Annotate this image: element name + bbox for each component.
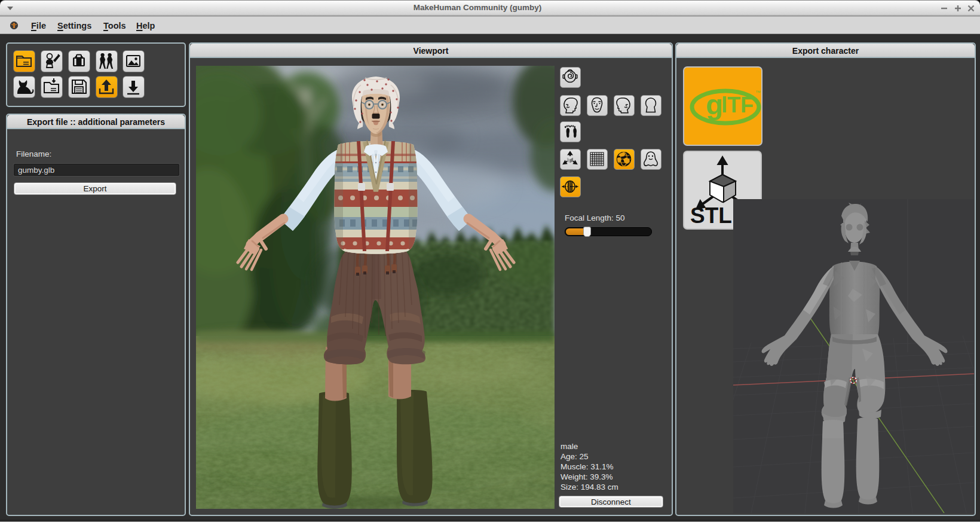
svg-text:STL: STL [690,203,732,228]
svg-text:g: g [706,88,723,120]
svg-text:lTF: lTF [721,93,754,117]
svg-text:™: ™ [755,90,761,96]
